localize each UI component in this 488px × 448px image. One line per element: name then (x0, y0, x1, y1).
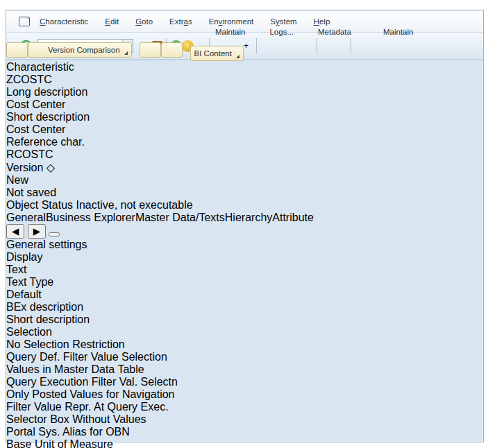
logs-icon (253, 25, 267, 38)
button-label: BI Content (194, 49, 232, 58)
settings-label: Display (6, 251, 42, 263)
display-dropdown[interactable]: Text (6, 264, 483, 276)
bi-content-button[interactable]: BI Content (190, 46, 244, 61)
dropdown-value: No Selection Restriction (6, 338, 125, 350)
button-label: Metadata (318, 28, 351, 36)
settings-control: Text (6, 264, 483, 276)
table-view-icon[interactable] (67, 25, 80, 38)
exit-icon[interactable] (161, 25, 174, 38)
business-explorer-tab-panel: General settings DisplayTextText TypeDef… (6, 239, 483, 448)
metadata-button[interactable]: Metadata (298, 24, 355, 40)
settings-control: Only Posted Values for Navigation (6, 388, 483, 401)
activate-icon[interactable] (135, 25, 148, 38)
tab-master-data-texts[interactable]: Master Data/Texts (135, 212, 225, 224)
maintain-button[interactable]: Maintain (195, 24, 249, 40)
hierarchy-small-button[interactable] (6, 42, 28, 58)
create-shortcut-icon[interactable] (334, 40, 347, 53)
last-page-icon[interactable] (300, 40, 313, 53)
maintain-pencil-icon (367, 25, 380, 38)
previous-page-icon[interactable] (274, 40, 287, 53)
characteristic-label: Characteristic (6, 61, 74, 73)
query-execution-filter-val-selectn-dropdown[interactable]: Only Posted Values for Navigation (6, 388, 483, 401)
tab-label: Business Explorer (46, 212, 135, 223)
distribute-button[interactable] (161, 42, 183, 58)
tab-business-explorer[interactable]: Business Explorer (46, 212, 135, 224)
create-icon[interactable] (148, 25, 161, 38)
version-status: Not saved (6, 187, 56, 198)
version-dropdown[interactable]: New (6, 174, 483, 187)
help-icon[interactable] (355, 40, 368, 53)
hierarchy-icon[interactable] (53, 25, 67, 38)
short-description-field[interactable]: Cost Center (6, 123, 483, 136)
toolbar-separator (256, 38, 257, 53)
settings-label: Portal Sys. Alias for OBN (6, 426, 130, 438)
tab-general[interactable]: General (6, 212, 46, 224)
tab-list-button[interactable] (49, 232, 60, 236)
selection-dropdown[interactable]: No Selection Restriction (6, 338, 483, 351)
tab-label: General (6, 212, 46, 223)
settings-row-filter-value-repr-at-query-exec: Filter Value Repr. At Query Exec.Selecto… (6, 401, 483, 426)
button-label: Logs... (269, 28, 294, 36)
check-icon[interactable] (121, 25, 135, 38)
object-status-row: Object Status Inactive, not executable (6, 199, 483, 212)
tab-attribute[interactable]: Attribute (272, 212, 314, 224)
reference-char-field: RCOSTC (6, 148, 483, 161)
settings-row-base-unit-of-measure: Base Unit of Measure (6, 438, 483, 448)
version-compare-icon (32, 43, 45, 56)
overview-icon[interactable] (40, 25, 53, 38)
maintain-button[interactable]: Maintain (363, 24, 417, 40)
button-label: Version Comparison (48, 46, 120, 54)
back-arrow-icon[interactable] (6, 25, 19, 38)
settings-row-query-def-filter-value-selection: Query Def. Filter Value SelectionValues … (6, 351, 483, 376)
settings-label: Query Def. Filter Value Selection (6, 351, 167, 363)
long-description-field[interactable]: Cost Center (6, 98, 483, 111)
settings-label: Text Type (6, 276, 53, 288)
first-page-icon[interactable] (260, 40, 274, 53)
characteristic-row: Characteristic ZCOSTC (6, 61, 483, 86)
settings-label: Filter Value Repr. At Query Exec. (6, 401, 169, 413)
copy-icon[interactable] (101, 25, 114, 38)
selected-text: Cost Center (6, 98, 65, 110)
general-settings-group: General settings DisplayTextText TypeDef… (6, 239, 483, 448)
tab-scroll-right-button[interactable]: ▶ (28, 224, 46, 239)
filter-value-repr-at-query-exec-dropdown[interactable]: Selector Box Without Values (6, 413, 483, 426)
transport-icon[interactable] (182, 25, 195, 38)
forward-arrow-icon[interactable] (19, 25, 33, 38)
version-comparison-button[interactable]: Version Comparison (28, 42, 132, 58)
dropdown-value: Only Posted Values for Navigation (6, 388, 175, 400)
display-change-icon[interactable] (87, 25, 101, 38)
dropdown-value: Short description (6, 313, 90, 325)
button-label: Maintain (383, 28, 413, 36)
settings-rows: DisplayTextText TypeDefaultBEx descripti… (6, 251, 483, 448)
button-label: Maintain (215, 28, 245, 36)
bex-description-dropdown[interactable]: Short description (6, 313, 483, 326)
settings-control: Default (6, 288, 483, 301)
settings-row-bex-description: BEx descriptionShort description (6, 301, 483, 326)
version-label: Version (6, 162, 43, 173)
settings-row-query-execution-filter-val-selectn: Query Execution Filter Val. SelectnOnly … (6, 376, 483, 401)
screenshot-root: CharacteristicEditGotoExtrasEnvironmentS… (0, 0, 488, 448)
sap-window: CharacteristicEditGotoExtrasEnvironmentS… (6, 10, 484, 442)
toolbar-separator (317, 38, 317, 53)
group-title: General settings (6, 239, 483, 251)
short-description-label: Short description (6, 111, 90, 123)
new-session-icon[interactable] (321, 40, 334, 53)
text-type-dropdown[interactable]: Default (6, 288, 483, 301)
logs-button[interactable]: Logs... (249, 24, 298, 40)
tab-hierarchy[interactable]: Hierarchy (225, 212, 272, 224)
settings-label: Query Execution Filter Val. Selectn (6, 376, 178, 388)
customize-icon[interactable] (368, 40, 381, 53)
short-description-row: Short description Cost Center Reference … (6, 111, 483, 161)
header-form: Characteristic ZCOSTC Long description C… (6, 61, 483, 212)
version-row: Version ◇ New Not saved (6, 161, 483, 199)
next-page-icon[interactable] (287, 40, 300, 53)
hierarchy-small-icon (10, 43, 24, 56)
dropdown-value: Default (6, 288, 42, 300)
settings-row-text-type: Text TypeDefault (6, 276, 483, 301)
truck-button[interactable] (140, 42, 161, 58)
query-def-filter-value-selection-dropdown[interactable]: Values in Master Data Table (6, 363, 483, 376)
toolbar-separator (351, 38, 351, 53)
dropdown-value: Selector Box Without Values (6, 413, 146, 425)
tab-scroll-left-button[interactable]: ◀ (6, 224, 24, 239)
settings-label: BEx description (6, 301, 83, 313)
